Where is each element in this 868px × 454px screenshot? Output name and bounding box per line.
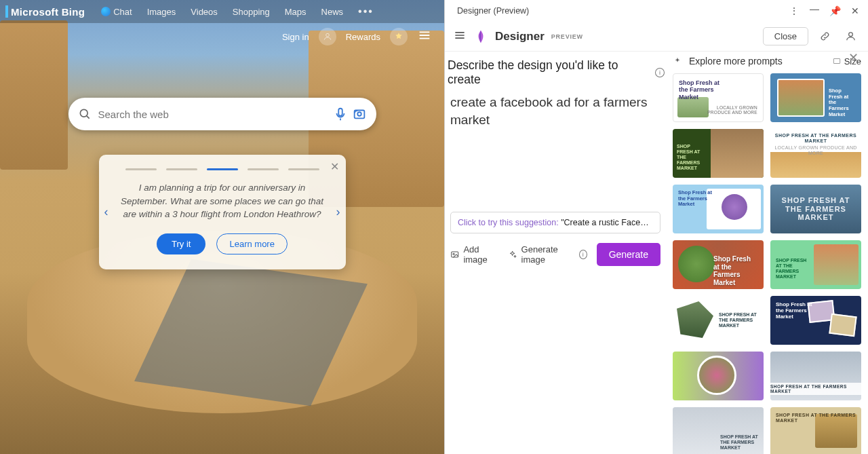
image-plus-icon — [450, 249, 459, 260]
design-thumbnail[interactable]: Shop Fresh at the Farmers Market — [673, 185, 764, 233]
bing-top-nav: Microsoft Bing Chat Images Videos Shoppi… — [0, 0, 444, 23]
suggestion-hint: Click to try this suggestion: — [458, 218, 561, 227]
link-icon[interactable] — [815, 27, 834, 46]
window-pin-icon[interactable]: 📌 — [829, 5, 841, 16]
gallery-column: ✕ Explore more prompts Size Shop Fresh a… — [669, 52, 868, 454]
svg-point-5 — [848, 33, 852, 37]
design-thumbnail[interactable]: SHOP FRESH AT THE FARMERS MARKET — [673, 407, 764, 454]
search-input[interactable] — [92, 109, 329, 120]
design-thumbnail[interactable]: Shop Fresh at the Farmers Market — [770, 73, 861, 122]
window-minimize-icon[interactable]: — — [808, 3, 821, 14]
nav-chat[interactable]: Chat — [101, 7, 132, 17]
gallery-close-icon[interactable]: ✕ — [848, 52, 859, 65]
chat-icon — [101, 7, 111, 16]
promo-card: ✕ ‹ › I am planning a trip for our anniv… — [99, 155, 346, 269]
window-close-icon[interactable]: ✕ — [849, 5, 861, 16]
designer-pane: Designer (Preview) ⋮ — 📌 ✕ Designer PREV… — [444, 0, 868, 454]
promo-next-icon[interactable]: › — [336, 205, 340, 219]
menu-icon[interactable] — [453, 29, 467, 45]
thumbnail-grid[interactable]: Shop Fresh at the Farmers Market LOCALLY… — [669, 68, 868, 454]
nav-news[interactable]: News — [321, 7, 344, 17]
design-thumbnail[interactable]: SHOP FRESH AT THE FARMERS MARKET — [673, 296, 764, 345]
rewards-link[interactable]: Rewards — [346, 32, 380, 42]
generate-image-info-icon[interactable]: i — [579, 250, 587, 259]
design-thumbnail[interactable]: SHOP FRESH AT THE FARMERS MARKET — [770, 352, 861, 400]
svg-point-7 — [453, 253, 454, 254]
prompt-column: Describe the design you'd like to create… — [445, 52, 669, 454]
design-thumbnail[interactable]: Shop Fresh at the Farmers Market — [673, 240, 764, 289]
design-thumbnail[interactable]: SHOP FRESH AT THE FARMERS MARKET — [770, 407, 861, 454]
bing-pane: Microsoft Bing Chat Images Videos Shoppi… — [0, 0, 444, 454]
window-titlebar: Designer (Preview) ⋮ — 📌 ✕ — [445, 0, 868, 22]
size-icon — [832, 56, 842, 66]
rewards-badge-icon[interactable] — [390, 28, 408, 45]
svg-rect-2 — [338, 109, 342, 116]
design-thumbnail[interactable]: Shop Fresh at the Farmers Market — [770, 296, 861, 345]
window-title: Designer (Preview) — [452, 6, 788, 16]
prompt-info-icon[interactable]: i — [655, 68, 665, 77]
search-icon — [78, 107, 92, 121]
bing-logo[interactable]: Microsoft Bing — [5, 5, 85, 18]
prompt-heading: Describe the design you'd like to create — [448, 58, 651, 87]
design-thumbnail[interactable]: SHOP FRESH AT THE FARMERS MARKET — [770, 185, 861, 233]
design-thumbnail[interactable]: SHOP FRESH AT THE FARMERS MARKET — [770, 240, 861, 289]
design-thumbnail[interactable] — [673, 352, 764, 400]
promo-text: I am planning a trip for our anniversary… — [117, 181, 328, 221]
generate-image-button[interactable]: Generate image i — [508, 244, 587, 265]
svg-point-1 — [80, 109, 87, 117]
explore-prompts-link[interactable]: Explore more prompts — [689, 56, 783, 67]
design-thumbnail[interactable]: SHOP FRESH AT THE FARMERS MARKET — [673, 129, 764, 178]
sparkle-icon — [508, 249, 517, 260]
hamburger-menu-icon[interactable] — [417, 28, 432, 45]
app-name: Designer — [495, 30, 545, 43]
nav-maps[interactable]: Maps — [285, 7, 307, 17]
promo-prev-icon[interactable]: ‹ — [104, 205, 108, 219]
bing-sub-nav: Sign in Rewards — [0, 23, 444, 50]
generate-button[interactable]: Generate — [597, 243, 660, 266]
svg-point-4 — [357, 112, 361, 116]
designer-logo-icon — [473, 29, 488, 44]
image-search-icon[interactable] — [352, 107, 367, 121]
preview-tag: PREVIEW — [551, 33, 583, 40]
close-button[interactable]: Close — [763, 27, 808, 45]
learn-more-button[interactable]: Learn more — [216, 233, 287, 254]
search-bar — [68, 98, 376, 130]
svg-rect-8 — [833, 59, 840, 64]
sparkle-small-icon — [673, 56, 682, 66]
design-thumbnail[interactable]: Shop Fresh at the Farmers Market LOCALLY… — [673, 73, 764, 122]
svg-point-0 — [326, 33, 329, 37]
nav-videos[interactable]: Videos — [191, 7, 218, 17]
nav-more-icon[interactable]: ••• — [358, 5, 374, 18]
avatar-icon[interactable] — [319, 28, 336, 45]
voice-search-icon[interactable] — [333, 107, 348, 121]
promo-close-icon[interactable]: ✕ — [330, 160, 339, 173]
nav-images[interactable]: Images — [147, 7, 176, 17]
add-image-button[interactable]: Add image — [450, 244, 498, 265]
suggestion-chip[interactable]: Click to try this suggestion: "Create a … — [450, 212, 660, 233]
design-thumbnail[interactable]: SHOP FRESH AT THE FARMERS MARKETLOCALLY … — [770, 129, 861, 178]
prompt-input[interactable] — [450, 94, 663, 209]
signin-link[interactable]: Sign in — [282, 32, 309, 42]
window-more-icon[interactable]: ⋮ — [788, 5, 800, 16]
suggestion-text: "Create a rustic Faceboo... — [561, 218, 660, 227]
try-it-button[interactable]: Try it — [157, 233, 205, 254]
nav-shopping[interactable]: Shopping — [233, 7, 270, 17]
app-header: Designer PREVIEW Close — [445, 22, 868, 52]
promo-pagination[interactable] — [117, 168, 328, 170]
profile-icon[interactable] — [841, 27, 860, 46]
